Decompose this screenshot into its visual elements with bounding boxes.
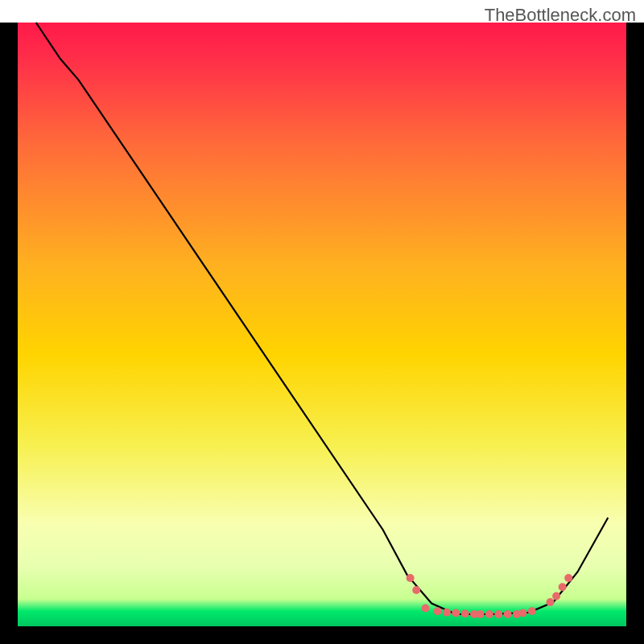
- data-marker: [552, 592, 560, 601]
- data-marker: [443, 609, 451, 617]
- bottleneck-chart: [0, 0, 644, 644]
- data-marker: [564, 574, 572, 582]
- data-marker: [485, 610, 493, 618]
- watermark-text: TheBottleneck.com: [485, 5, 636, 26]
- data-marker: [504, 610, 512, 618]
- data-marker: [519, 609, 527, 617]
- data-marker: [461, 609, 469, 617]
- data-marker: [547, 598, 555, 606]
- data-marker: [434, 607, 442, 615]
- plot-background: [18, 23, 626, 626]
- chart-container: TheBottleneck.com: [0, 0, 644, 644]
- data-marker: [422, 605, 430, 613]
- data-marker: [559, 583, 567, 591]
- data-marker: [477, 610, 485, 618]
- data-marker: [407, 574, 415, 582]
- data-marker: [452, 609, 460, 617]
- data-marker: [528, 607, 536, 615]
- data-marker: [494, 610, 502, 618]
- data-marker: [412, 586, 420, 594]
